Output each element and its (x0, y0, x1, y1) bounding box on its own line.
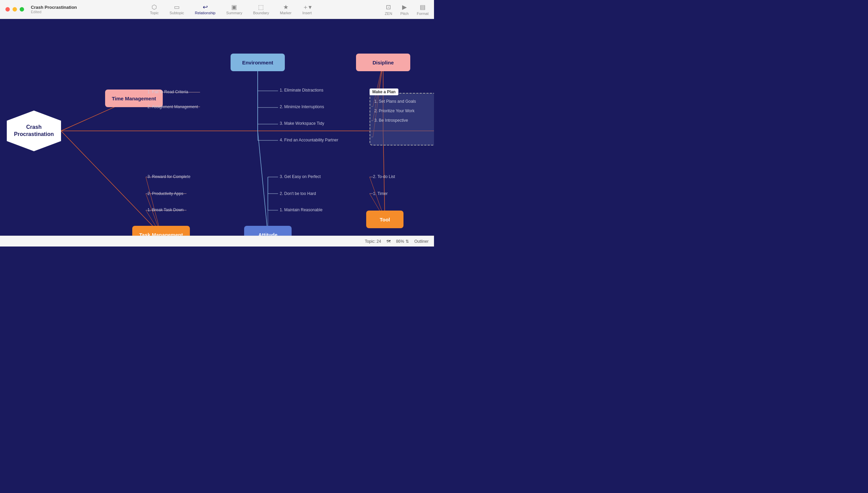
toolbar-item-format[interactable]: ▤ Format (417, 3, 429, 16)
summary-icon: ▣ (231, 4, 237, 10)
toolbar-item-topic[interactable]: ⬡ Topic (150, 4, 159, 15)
attitude-node[interactable]: Attitude (244, 226, 292, 236)
svg-line-2 (61, 131, 161, 235)
toolbar-item-boundary[interactable]: ⬚ Boundary (253, 4, 269, 15)
insert-label: Insert (302, 11, 312, 15)
toolbar-item-summary[interactable]: ▣ Summary (226, 4, 242, 15)
attitude-sub-3: 3. Get Easy on Perfect (280, 174, 321, 179)
boundary-make-a-plan: 1. Set Plans and Goals 2. Prioritize You… (370, 93, 434, 145)
map-icon-item: 🗺 (387, 239, 391, 244)
boundary-item-2: 2. Prioritize Your Work (374, 109, 434, 113)
boundary-item-3: 3. Be Introspective (374, 118, 434, 123)
attitude-sub-1: 1. Maintain Reasonable (280, 208, 322, 212)
connection-lines (0, 19, 434, 236)
topic-count-label: Topic: 24 (365, 239, 381, 244)
task-sub-2: 2. Productivity Apps (147, 191, 183, 196)
summary-label: Summary (226, 11, 242, 15)
toolbar-item-pitch[interactable]: ▶ Pitch (400, 3, 409, 16)
time-sub-2: 2. Assignment Management (147, 104, 198, 109)
env-sub-2: 2. Minimize Interruptions (280, 104, 324, 109)
app-info: Crash Procrastination Edited (31, 5, 77, 14)
zoom-control[interactable]: 86% ⇅ (396, 239, 409, 244)
insert-icon: ＋▾ (302, 4, 312, 10)
center-node[interactable]: CrashProcrastination (7, 111, 61, 151)
attitude-label: Attitude (258, 232, 278, 236)
toolbar-item-subtopic[interactable]: ▭ Subtopic (170, 4, 184, 15)
task-management-node[interactable]: Task Management (132, 226, 190, 236)
titlebar: Crash Procrastination Edited ⬡ Topic ▭ S… (0, 0, 434, 19)
discipline-label: Disipline (373, 60, 394, 65)
minimize-button[interactable] (13, 7, 17, 12)
env-sub-4: 4. Find an Accountability Partner (280, 138, 338, 142)
zen-icon: ⊡ (386, 3, 391, 11)
env-sub-1: 1. Eliminate Distractions (280, 88, 323, 93)
subtopic-icon: ▭ (174, 4, 180, 10)
statusbar: Topic: 24 🗺 86% ⇅ Outliner (0, 236, 434, 246)
format-icon: ▤ (420, 3, 426, 11)
task-sub-3: 3. Reward for Complete (147, 174, 191, 179)
toolbar-item-insert[interactable]: ＋▾ Insert (302, 4, 312, 15)
toolbar-item-zen[interactable]: ⊡ ZEN (385, 3, 392, 16)
format-label: Format (417, 12, 429, 16)
zoom-level: 86% (396, 239, 404, 244)
tool-node[interactable]: Tool (366, 211, 403, 228)
boundary-make-a-plan-label: Make a Plan (370, 88, 398, 95)
close-button[interactable] (5, 7, 10, 12)
app-title: Crash Procrastination (31, 5, 77, 10)
toolbar-item-marker[interactable]: ★ Marker (280, 4, 291, 15)
tool-sub-2: 2. To-do List (373, 174, 395, 179)
toolbar: ⬡ Topic ▭ Subtopic ↩ Relationship ▣ Summ… (77, 4, 385, 15)
canvas[interactable]: CrashProcrastination Environment Disipli… (0, 19, 434, 236)
relationship-icon: ↩ (203, 4, 208, 10)
svg-line-4 (258, 131, 268, 235)
attitude-sub-2: 2. Don't be too Hard (280, 191, 316, 196)
discipline-node[interactable]: Disipline (356, 54, 410, 71)
task-sub-1: 1. Break Task Down (147, 208, 184, 212)
tool-sub-1: 1. Timer (373, 191, 388, 196)
boundary-icon: ⬚ (258, 4, 264, 10)
boundary-item-1: 1. Set Plans and Goals (374, 99, 434, 104)
zoom-arrows: ⇅ (406, 239, 409, 244)
map-icon: 🗺 (387, 239, 391, 244)
env-sub-3: 3. Make Workspace Tidy (280, 121, 324, 126)
environment-node[interactable]: Environment (231, 54, 285, 71)
environment-label: Environment (242, 60, 273, 65)
pitch-label: Pitch (400, 12, 409, 16)
toolbar-right: ⊡ ZEN ▶ Pitch ▤ Format (385, 3, 434, 16)
topic-count: Topic: 24 (365, 239, 381, 244)
pitch-icon: ▶ (402, 3, 407, 11)
outliner-button[interactable]: Outliner (414, 239, 429, 244)
marker-label: Marker (280, 11, 291, 15)
time-management-label: Time Management (112, 96, 156, 101)
topic-icon: ⬡ (152, 4, 157, 10)
boundary-label: Boundary (253, 11, 269, 15)
task-management-label: Task Management (139, 232, 183, 236)
maximize-button[interactable] (20, 7, 24, 12)
relationship-label: Relationship (195, 11, 216, 15)
tool-label: Tool (380, 217, 390, 222)
topic-label: Topic (150, 11, 159, 15)
outliner-label: Outliner (414, 239, 429, 244)
center-node-label: CrashProcrastination (14, 124, 54, 138)
zen-label: ZEN (385, 12, 392, 16)
subtopic-label: Subtopic (170, 11, 184, 15)
marker-icon: ★ (283, 4, 289, 10)
app-subtitle: Edited (31, 10, 77, 14)
time-sub-1: 1. Fail to Read Criteria (147, 90, 188, 94)
toolbar-item-relationship[interactable]: ↩ Relationship (195, 4, 216, 15)
window-controls (0, 7, 29, 12)
